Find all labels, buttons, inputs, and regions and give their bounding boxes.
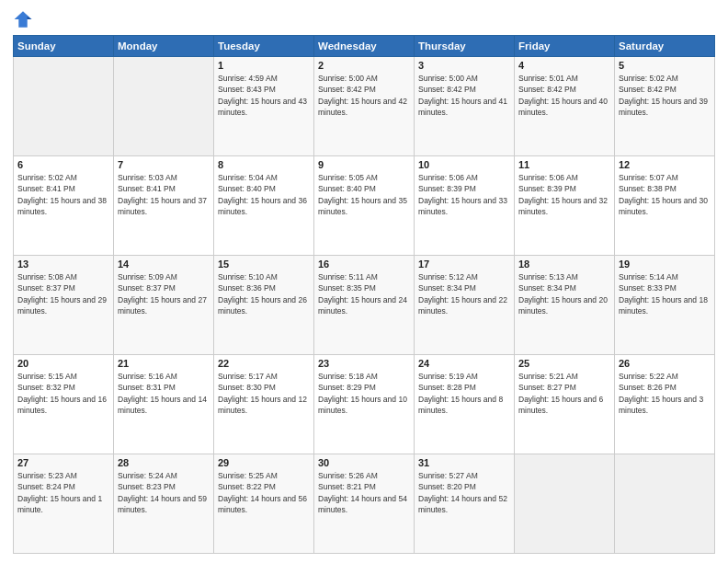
- day-number: 6: [17, 159, 109, 170]
- calendar-week-3: 13Sunrise: 5:08 AMSunset: 8:37 PMDayligh…: [14, 256, 715, 355]
- day-number: 29: [218, 457, 310, 468]
- day-info: Sunrise: 5:27 AMSunset: 8:20 PMDaylight:…: [418, 470, 510, 515]
- day-number: 5: [619, 60, 711, 71]
- calendar-cell: 8Sunrise: 5:04 AMSunset: 8:40 PMDaylight…: [214, 156, 314, 256]
- day-info: Sunrise: 5:03 AMSunset: 8:41 PMDaylight:…: [118, 172, 210, 217]
- day-info: Sunrise: 5:06 AMSunset: 8:39 PMDaylight:…: [418, 172, 510, 217]
- day-number: 28: [118, 457, 210, 468]
- day-info: Sunrise: 5:13 AMSunset: 8:34 PMDaylight:…: [518, 271, 610, 316]
- calendar-week-2: 6Sunrise: 5:02 AMSunset: 8:41 PMDaylight…: [14, 156, 715, 256]
- day-number: 23: [318, 358, 410, 369]
- day-info: Sunrise: 5:06 AMSunset: 8:39 PMDaylight:…: [518, 172, 610, 217]
- day-number: 21: [118, 358, 210, 369]
- day-info: Sunrise: 5:10 AMSunset: 8:36 PMDaylight:…: [218, 271, 310, 316]
- header: [13, 9, 715, 29]
- calendar-table: SundayMondayTuesdayWednesdayThursdayFrid…: [13, 35, 715, 554]
- calendar-cell: 26Sunrise: 5:22 AMSunset: 8:26 PMDayligh…: [615, 355, 715, 454]
- day-info: Sunrise: 5:25 AMSunset: 8:22 PMDaylight:…: [218, 470, 310, 515]
- page: SundayMondayTuesdayWednesdayThursdayFrid…: [0, 0, 728, 563]
- day-number: 1: [218, 60, 310, 71]
- calendar-cell: 7Sunrise: 5:03 AMSunset: 8:41 PMDaylight…: [114, 156, 214, 256]
- calendar-cell: 15Sunrise: 5:10 AMSunset: 8:36 PMDayligh…: [214, 256, 314, 355]
- day-number: 16: [318, 259, 410, 270]
- day-info: Sunrise: 4:59 AMSunset: 8:43 PMDaylight:…: [218, 73, 310, 118]
- day-number: 25: [518, 358, 610, 369]
- weekday-header-monday: Monday: [114, 36, 214, 57]
- day-info: Sunrise: 5:24 AMSunset: 8:23 PMDaylight:…: [118, 470, 210, 515]
- calendar-cell: 23Sunrise: 5:18 AMSunset: 8:29 PMDayligh…: [314, 355, 415, 454]
- calendar-cell: 28Sunrise: 5:24 AMSunset: 8:23 PMDayligh…: [114, 454, 214, 554]
- calendar-cell: 16Sunrise: 5:11 AMSunset: 8:35 PMDayligh…: [314, 256, 415, 355]
- day-info: Sunrise: 5:21 AMSunset: 8:27 PMDaylight:…: [518, 371, 610, 416]
- calendar-cell: [515, 454, 615, 554]
- day-number: 14: [118, 259, 210, 270]
- day-info: Sunrise: 5:02 AMSunset: 8:42 PMDaylight:…: [619, 73, 711, 118]
- calendar-cell: 2Sunrise: 5:00 AMSunset: 8:42 PMDaylight…: [314, 57, 415, 156]
- day-number: 3: [418, 60, 510, 71]
- day-number: 9: [318, 159, 410, 170]
- day-info: Sunrise: 5:19 AMSunset: 8:28 PMDaylight:…: [418, 371, 510, 416]
- calendar-week-5: 27Sunrise: 5:23 AMSunset: 8:24 PMDayligh…: [14, 454, 715, 554]
- day-number: 19: [619, 259, 711, 270]
- calendar-week-1: 1Sunrise: 4:59 AMSunset: 8:43 PMDaylight…: [14, 57, 715, 156]
- calendar-cell: 3Sunrise: 5:00 AMSunset: 8:42 PMDaylight…: [415, 57, 515, 156]
- day-info: Sunrise: 5:05 AMSunset: 8:40 PMDaylight:…: [318, 172, 410, 217]
- calendar-cell: 10Sunrise: 5:06 AMSunset: 8:39 PMDayligh…: [415, 156, 515, 256]
- day-info: Sunrise: 5:07 AMSunset: 8:38 PMDaylight:…: [619, 172, 711, 217]
- calendar-cell: 27Sunrise: 5:23 AMSunset: 8:24 PMDayligh…: [14, 454, 114, 554]
- day-number: 22: [218, 358, 310, 369]
- day-number: 20: [17, 358, 109, 369]
- weekday-header-saturday: Saturday: [615, 36, 715, 57]
- calendar-cell: 29Sunrise: 5:25 AMSunset: 8:22 PMDayligh…: [214, 454, 314, 554]
- weekday-header-friday: Friday: [515, 36, 615, 57]
- day-info: Sunrise: 5:00 AMSunset: 8:42 PMDaylight:…: [318, 73, 410, 118]
- day-number: 26: [619, 358, 711, 369]
- calendar-cell: 1Sunrise: 4:59 AMSunset: 8:43 PMDaylight…: [214, 57, 314, 156]
- day-number: 12: [619, 159, 711, 170]
- day-number: 2: [318, 60, 410, 71]
- day-info: Sunrise: 5:09 AMSunset: 8:37 PMDaylight:…: [118, 271, 210, 316]
- calendar-cell: 18Sunrise: 5:13 AMSunset: 8:34 PMDayligh…: [515, 256, 615, 355]
- day-info: Sunrise: 5:00 AMSunset: 8:42 PMDaylight:…: [418, 73, 510, 118]
- calendar-cell: 24Sunrise: 5:19 AMSunset: 8:28 PMDayligh…: [415, 355, 515, 454]
- day-info: Sunrise: 5:26 AMSunset: 8:21 PMDaylight:…: [318, 470, 410, 515]
- day-number: 18: [518, 259, 610, 270]
- calendar-cell: 5Sunrise: 5:02 AMSunset: 8:42 PMDaylight…: [615, 57, 715, 156]
- day-info: Sunrise: 5:22 AMSunset: 8:26 PMDaylight:…: [619, 371, 711, 416]
- weekday-header-row: SundayMondayTuesdayWednesdayThursdayFrid…: [14, 36, 715, 57]
- day-info: Sunrise: 5:12 AMSunset: 8:34 PMDaylight:…: [418, 271, 510, 316]
- calendar-cell: 11Sunrise: 5:06 AMSunset: 8:39 PMDayligh…: [515, 156, 615, 256]
- calendar-cell: [114, 57, 214, 156]
- day-info: Sunrise: 5:16 AMSunset: 8:31 PMDaylight:…: [118, 371, 210, 416]
- day-number: 13: [17, 259, 109, 270]
- calendar-cell: 6Sunrise: 5:02 AMSunset: 8:41 PMDaylight…: [14, 156, 114, 256]
- calendar-cell: 12Sunrise: 5:07 AMSunset: 8:38 PMDayligh…: [615, 156, 715, 256]
- day-info: Sunrise: 5:18 AMSunset: 8:29 PMDaylight:…: [318, 371, 410, 416]
- calendar-cell: 14Sunrise: 5:09 AMSunset: 8:37 PMDayligh…: [114, 256, 214, 355]
- day-number: 30: [318, 457, 410, 468]
- day-number: 17: [418, 259, 510, 270]
- day-number: 10: [418, 159, 510, 170]
- day-number: 8: [218, 159, 310, 170]
- calendar-cell: 17Sunrise: 5:12 AMSunset: 8:34 PMDayligh…: [415, 256, 515, 355]
- calendar-cell: 25Sunrise: 5:21 AMSunset: 8:27 PMDayligh…: [515, 355, 615, 454]
- calendar-cell: [615, 454, 715, 554]
- day-info: Sunrise: 5:04 AMSunset: 8:40 PMDaylight:…: [218, 172, 310, 217]
- day-info: Sunrise: 5:15 AMSunset: 8:32 PMDaylight:…: [17, 371, 109, 416]
- calendar-cell: 22Sunrise: 5:17 AMSunset: 8:30 PMDayligh…: [214, 355, 314, 454]
- calendar-cell: 9Sunrise: 5:05 AMSunset: 8:40 PMDaylight…: [314, 156, 415, 256]
- day-number: 7: [118, 159, 210, 170]
- calendar-cell: 20Sunrise: 5:15 AMSunset: 8:32 PMDayligh…: [14, 355, 114, 454]
- day-info: Sunrise: 5:14 AMSunset: 8:33 PMDaylight:…: [619, 271, 711, 316]
- calendar-week-4: 20Sunrise: 5:15 AMSunset: 8:32 PMDayligh…: [14, 355, 715, 454]
- day-info: Sunrise: 5:17 AMSunset: 8:30 PMDaylight:…: [218, 371, 310, 416]
- day-number: 4: [518, 60, 610, 71]
- logo: [13, 9, 37, 29]
- calendar-cell: 19Sunrise: 5:14 AMSunset: 8:33 PMDayligh…: [615, 256, 715, 355]
- weekday-header-tuesday: Tuesday: [214, 36, 314, 57]
- day-number: 27: [17, 457, 109, 468]
- weekday-header-thursday: Thursday: [415, 36, 515, 57]
- calendar-cell: 30Sunrise: 5:26 AMSunset: 8:21 PMDayligh…: [314, 454, 415, 554]
- logo-icon: [13, 9, 33, 29]
- day-info: Sunrise: 5:02 AMSunset: 8:41 PMDaylight:…: [17, 172, 109, 217]
